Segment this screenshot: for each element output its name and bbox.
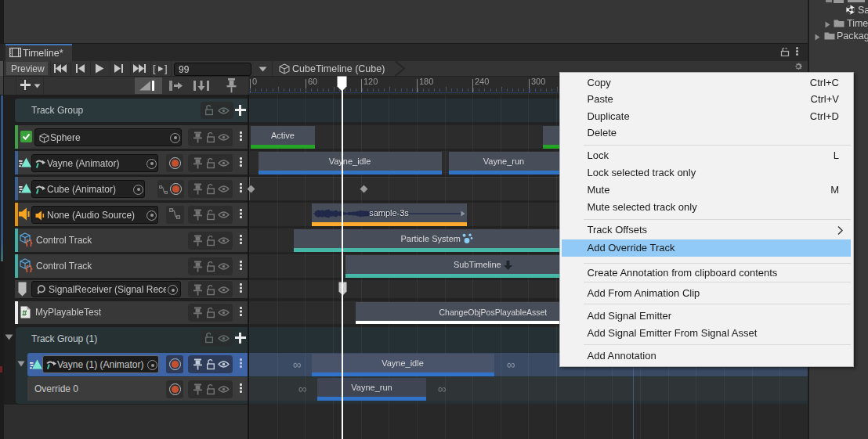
svg-text:}: } [29, 238, 33, 246]
svg-text:#: # [22, 308, 27, 318]
svg-text:}: } [29, 264, 33, 272]
